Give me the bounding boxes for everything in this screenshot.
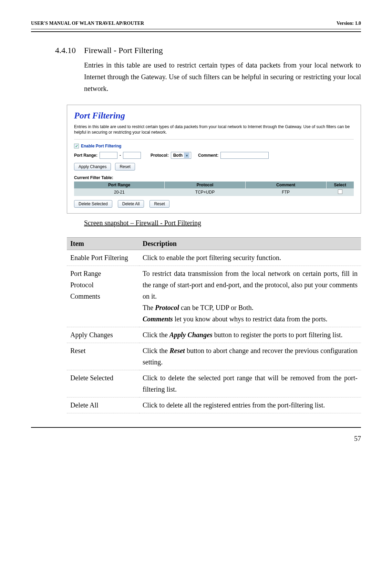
cell-comment: FTP [245,188,326,196]
row-select-checkbox[interactable] [338,189,342,194]
enable-port-filtering-label: Enable Port Filtering [81,144,121,148]
cell-protocol: TCP+UDP [165,188,246,196]
desc-text: Click to delete all the registered entri… [139,397,361,413]
enable-port-filtering-checkbox[interactable]: ✓ [74,144,79,148]
panel-title: Port Filtering [74,111,354,121]
filter-table: Port Range Protocol Comment Select 20-21… [74,182,354,196]
delete-selected-button[interactable]: Delete Selected [74,200,112,208]
section-title-text: Firewall - Port Filtering [84,46,163,55]
description-table: Item Description Enable Port Filtering C… [67,237,361,413]
desc-item: Apply Changes [67,327,139,343]
desc-item: Port Range Protocol Comments [67,266,139,327]
panel-desc: Entries in this table are used to restri… [74,124,354,135]
desc-item: Delete All [67,397,139,413]
page-number: 57 [31,435,361,443]
col-port-range: Port Range [74,182,165,188]
comment-label: Comment: [198,153,218,158]
version-label: Version: 1.0 [337,21,361,26]
desc-text: Click the Reset button to abort change a… [139,343,361,370]
reset-button-2[interactable]: Reset [149,200,169,208]
section-intro: Entries in this table are used to restri… [84,59,361,94]
col-protocol: Protocol [165,182,246,188]
port-range-end-input[interactable] [123,152,141,159]
desc-item: Enable Port Filtering [67,250,139,266]
section-number: 4.4.10 [55,46,82,55]
reset-button[interactable]: Reset [115,163,135,170]
desc-text: To restrict data transmission from the l… [139,266,361,327]
filter-table-caption: Current Filter Table: [74,175,354,180]
manual-title: USER'S MANUAL OF WLAN TRAVEL AP/ROUTER [31,21,144,26]
col-select: Select [326,182,354,188]
port-range-dash: - [120,153,121,158]
delete-all-button[interactable]: Delete All [118,200,144,208]
desc-text: Click the Apply Changes button to regist… [139,327,361,343]
desc-item: Reset [67,343,139,370]
protocol-select[interactable]: Both ▾ [171,152,191,159]
section-heading: 4.4.10 Firewall - Port Filtering [55,46,361,55]
port-range-label: Port Range: [74,153,97,158]
desc-header-item: Item [67,238,139,250]
col-comment: Comment [245,182,326,188]
desc-text: Click to delete the selected port range … [139,370,361,397]
desc-header-description: Description [139,238,361,250]
protocol-value: Both [173,153,183,158]
port-range-start-input[interactable] [100,152,117,159]
desc-text: Click to enable the port filtering secur… [139,250,361,266]
screenshot-caption: Screen snapshot – Firewall - Port Filter… [84,219,361,227]
table-row: 20-21 TCP+UDP FTP [74,188,354,196]
apply-changes-button[interactable]: Apply Changes [74,163,111,170]
desc-item: Delete Selected [67,370,139,397]
chevron-down-icon: ▾ [184,153,189,158]
cell-port-range: 20-21 [74,188,165,196]
protocol-label: Protocol: [151,153,169,158]
screenshot-panel: Port Filtering Entries in this table are… [67,105,361,214]
comment-input[interactable] [220,152,269,159]
